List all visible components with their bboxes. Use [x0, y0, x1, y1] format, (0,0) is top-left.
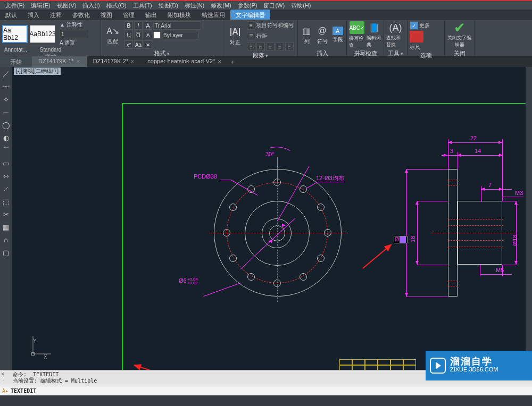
ribbon-tab-default[interactable]: 默认	[0, 10, 22, 20]
case-button[interactable]: Aa	[134, 40, 143, 49]
field-button[interactable]: A 字段	[331, 21, 344, 49]
ribbon-tab-annotate[interactable]: 注释	[45, 10, 67, 20]
clear-button[interactable]: ✕	[144, 40, 152, 49]
tool-trim-icon[interactable]: ✂	[1, 209, 11, 219]
align-right-button[interactable]: ≡	[266, 43, 275, 51]
edit-dict-button[interactable]: 📘 编辑词典	[367, 21, 381, 49]
tool-mirror-icon[interactable]: ⇿	[1, 171, 11, 181]
menu-format[interactable]: 格式(O)	[103, 2, 130, 10]
ribbon-tab-text-editor[interactable]: 文字编辑器	[230, 10, 270, 20]
mtext-content: Ø	[394, 236, 400, 243]
justify-button[interactable]: |A| 对正	[226, 22, 245, 50]
menu-help[interactable]: 帮助(H)	[288, 2, 314, 10]
menu-tools[interactable]: 工具(T)	[130, 2, 155, 10]
underline-button[interactable]: U	[124, 31, 133, 39]
tool-line-icon[interactable]: ／	[1, 69, 11, 79]
align-left-button[interactable]: ≡	[247, 43, 255, 51]
ribbon-tab-insert[interactable]: 插入	[22, 10, 45, 20]
ribbon-tab-parametric[interactable]: 参数化	[67, 10, 95, 20]
fit-dia-label: Ø6+0.04+0.02	[179, 277, 198, 285]
doc-tab-start[interactable]: 开始	[0, 56, 32, 67]
ribbon-tab-output[interactable]: 输出	[140, 10, 162, 20]
tool-polyline2-icon[interactable]: ⟋	[1, 184, 11, 193]
tool-circle-icon[interactable]: ◯	[1, 120, 11, 130]
tool-arc-icon[interactable]: ⌒	[1, 146, 11, 155]
match-properties-button[interactable]: A↘ 匹配	[103, 21, 122, 49]
ribbon-tab-manage[interactable]: 管理	[118, 10, 140, 20]
spellcheck-button[interactable]: ABC✓ 拼写检查	[349, 21, 364, 49]
text-style-swatch-2[interactable]: AaBb123	[30, 25, 55, 43]
text-style-swatch-1[interactable]: Aa Bb12	[2, 25, 28, 43]
tool-magnet-icon[interactable]: ∩	[1, 235, 11, 244]
overline-button[interactable]: O	[134, 31, 143, 39]
tool-move-icon[interactable]: ✧	[1, 95, 11, 104]
ruler-label: 标尺	[410, 44, 420, 51]
annotative-toggle[interactable]: ▲ 注释性	[60, 21, 87, 29]
more-icon: ✓	[410, 21, 418, 30]
viewport-label[interactable]: [-][俯视][二维线框]	[14, 67, 61, 75]
panel-paragraph: |A| 对正 ≡ 项目符号和编号 ≣ 行距 ≡ ≡ ≡ ≡ ≡	[223, 20, 298, 56]
ruler-button[interactable]	[410, 31, 423, 43]
dim-14: 14	[475, 148, 481, 154]
bullets-label: 项目符号和编号	[256, 22, 294, 29]
ribbon-tab-view[interactable]: 视图	[95, 10, 118, 20]
menu-edit[interactable]: 编辑(E)	[28, 2, 54, 10]
mtext-edit-box[interactable]: Ø	[394, 236, 408, 243]
doc-tab-3[interactable]: copper-heatsink-acad-V2*✕	[141, 56, 228, 67]
leader	[220, 180, 231, 180]
tool-rect-icon[interactable]: ▭	[1, 158, 11, 168]
new-tab-button[interactable]: ＋	[228, 56, 238, 67]
menu-draw[interactable]: 绘图(D)	[155, 2, 181, 10]
italic-button[interactable]: I	[134, 21, 143, 30]
color-swatch[interactable]	[153, 31, 161, 39]
menu-insert[interactable]: 插入(I)	[79, 2, 103, 10]
linespacing-label: 行距	[256, 32, 267, 40]
close-tab-icon[interactable]: ✕	[130, 59, 135, 64]
menu-param[interactable]: 参数(P)	[235, 2, 261, 10]
menu-file[interactable]: 文件(F)	[2, 2, 28, 10]
find-replace-button[interactable]: (A) 查找和替换	[386, 21, 405, 49]
align-center-button[interactable]: ≡	[256, 43, 265, 51]
strike-button[interactable]: A	[144, 21, 152, 30]
symbol-button[interactable]: @ 符号	[315, 21, 329, 49]
align-justify-button[interactable]: ≡	[276, 43, 284, 51]
bolt-hole	[317, 255, 325, 262]
supersub-button[interactable]: x²	[124, 40, 133, 49]
panel-options: ✓ 更多 标尺 选项	[408, 20, 445, 56]
tool-region-icon[interactable]: ▢	[1, 248, 11, 257]
style-name-std: Standard	[40, 47, 62, 53]
bold-button[interactable]: B	[124, 21, 133, 30]
command-input[interactable]: A▸ TEXTEDIT	[0, 386, 532, 395]
columns-button[interactable]: ▥ 列	[300, 21, 313, 49]
doc-tab-2[interactable]: DZ14179K-2*✕	[87, 56, 142, 67]
menu-window[interactable]: 窗口(W)	[260, 2, 288, 10]
align-dist-button[interactable]: ≡	[285, 43, 294, 51]
linespacing-button[interactable]: ≣ 行距	[247, 32, 294, 40]
ribbon: Aa Bb12 AaBb123 ▲ 注释性 A 遮罩 Annotat... St…	[0, 20, 532, 56]
text-height-input[interactable]	[60, 30, 87, 38]
menu-modify[interactable]: 修改(M)	[207, 2, 235, 10]
layer-color-combo[interactable]	[162, 31, 199, 39]
doc-tab-1[interactable]: DZ14179K-1*✕	[32, 56, 87, 67]
clear-format-button[interactable]: A̶	[144, 31, 152, 39]
close-tab-icon[interactable]: ✕	[218, 59, 222, 64]
tool-block-icon[interactable]: ⬚	[1, 197, 11, 206]
ribbon-tab-addins[interactable]: 附加模块	[162, 10, 196, 20]
ribbon-tab-featured[interactable]: 精选应用	[196, 10, 230, 20]
menu-dim[interactable]: 标注(N)	[181, 2, 207, 10]
tool-ellipse-icon[interactable]: ◐	[1, 133, 11, 142]
hidden-line	[448, 225, 503, 226]
bullets-button[interactable]: ≡ 项目符号和编号	[247, 21, 294, 30]
font-combo[interactable]	[153, 21, 201, 30]
close-tab-icon[interactable]: ✕	[76, 59, 80, 64]
panel-title-spell: 拼写检查	[349, 49, 381, 58]
arrow-icon	[514, 201, 518, 205]
mask-button[interactable]: A 遮罩	[60, 39, 87, 47]
tool-polyline-icon[interactable]: 〰	[1, 82, 11, 91]
drawing-canvas[interactable]: [-][俯视][二维线框] PCDØ38 30°	[12, 67, 526, 370]
more-button[interactable]: ✓ 更多	[410, 21, 430, 30]
command-prompt-text: TEXTEDIT	[11, 388, 36, 394]
menu-view[interactable]: 视图(V)	[54, 2, 80, 10]
close-editor-button[interactable]: ✔ 关闭文字编辑器	[447, 21, 472, 49]
tool-hatch-icon[interactable]: ▦	[1, 222, 11, 232]
